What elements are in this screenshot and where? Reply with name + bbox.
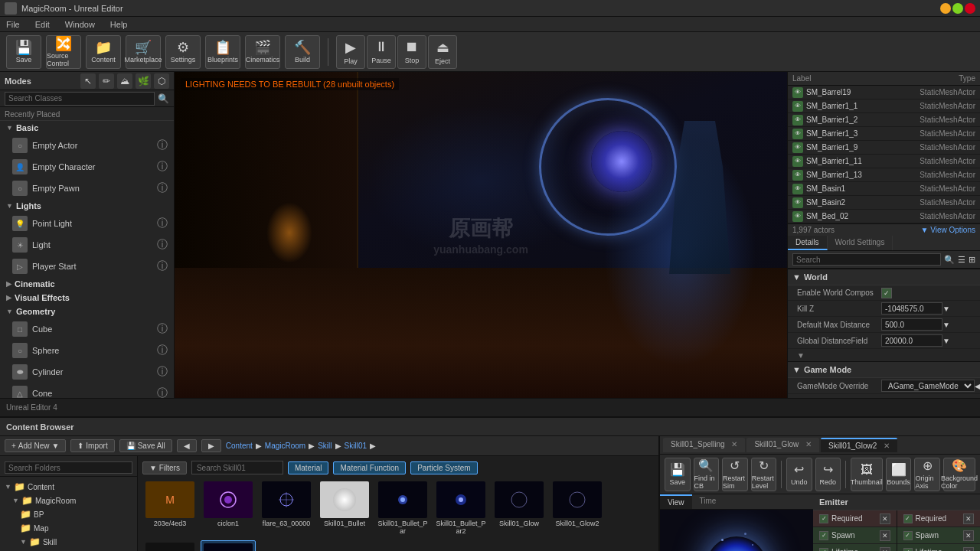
filters-button[interactable]: ▼ Filters xyxy=(142,461,187,474)
minimize-button[interactable] xyxy=(940,3,951,14)
place-empty-actor[interactable]: ○ Empty Actor ⓘ xyxy=(0,135,174,156)
expand-icon[interactable]: ▼ xyxy=(942,337,950,345)
filter-material-function[interactable]: Material Function xyxy=(333,461,406,474)
filter-material[interactable]: Material xyxy=(288,461,329,474)
place-light[interactable]: ☀ Light ⓘ xyxy=(0,234,174,256)
menu-help[interactable]: Help xyxy=(107,18,131,31)
visibility-icon[interactable]: 👁 xyxy=(792,184,803,194)
section-world[interactable]: ▼ World xyxy=(788,269,980,285)
place-cylinder[interactable]: ⬬ Cylinder ⓘ xyxy=(0,361,174,383)
grid-view-icon[interactable]: ⊞ xyxy=(969,255,975,265)
outliner-row[interactable]: 👁 SM_Barrier1_2 StaticMeshActor xyxy=(788,113,980,127)
module-enabled-icon[interactable]: ✓ xyxy=(819,548,828,552)
module-btn[interactable]: ✕ xyxy=(963,514,974,524)
module-btn[interactable]: ✕ xyxy=(880,547,890,552)
module-enabled-icon[interactable]: ✓ xyxy=(903,531,913,540)
module-spawn-right[interactable]: ✓ Spawn ✕ xyxy=(897,527,981,544)
breadcrumb-skill01[interactable]: Skill01 xyxy=(345,442,367,450)
menu-edit[interactable]: Edit xyxy=(32,18,53,31)
module-btn[interactable]: ✕ xyxy=(963,530,974,541)
particle-tab-glow2[interactable]: Skill01_Glow2 ✕ xyxy=(821,438,897,452)
tab-world-settings[interactable]: World Settings xyxy=(828,236,893,250)
folder-content[interactable]: ▼ 📁 Content xyxy=(2,480,136,494)
list-view-icon[interactable]: ☰ xyxy=(958,255,965,265)
particle-tab-spelling[interactable]: Skill01_Spelling ✕ xyxy=(663,438,745,452)
visibility-icon[interactable]: 👁 xyxy=(792,129,803,139)
section-game-mode[interactable]: ▼ Game Mode xyxy=(788,361,980,378)
category-basic[interactable]: ▼ Basic xyxy=(0,121,174,135)
visibility-icon[interactable]: 👁 xyxy=(792,87,803,98)
module-required-left[interactable]: ✓ Required ✕ xyxy=(813,510,897,527)
find-in-cb-button[interactable]: 🔍 Find in CB xyxy=(694,458,720,491)
outliner-row[interactable]: 👁 SM_Barrier1_1 StaticMeshActor xyxy=(788,99,980,113)
menu-file[interactable]: File xyxy=(3,18,23,31)
viewport-scene[interactable]: LIGHTING NEEDS TO BE REBUILT (28 unbuilt… xyxy=(175,72,787,398)
category-geometry[interactable]: ▼ Geometry xyxy=(0,305,174,318)
breadcrumb-expand[interactable]: ▶ xyxy=(370,442,376,450)
world-compos-checkbox[interactable]: ✓ xyxy=(881,288,892,298)
undo-button[interactable]: ↩ Undo xyxy=(786,458,812,491)
outliner-row[interactable]: 👁 SM_Barrier1_9 StaticMeshActor xyxy=(788,141,980,155)
outliner-row[interactable]: 👁 SM_Basin2 StaticMeshActor xyxy=(788,196,980,210)
outliner-row[interactable]: 👁 SM_Basin1 StaticMeshActor xyxy=(788,182,980,196)
menu-window[interactable]: Window xyxy=(62,18,98,31)
place-cube[interactable]: □ Cube ⓘ xyxy=(0,318,174,340)
outliner-row[interactable]: 👁 SM_Barrel19 StaticMeshActor xyxy=(788,86,980,99)
category-visual-effects[interactable]: ▶ Visual Effects xyxy=(0,291,174,305)
visibility-icon[interactable]: 👁 xyxy=(792,170,803,181)
outliner-row[interactable]: 👁 SM_Barrier1_3 StaticMeshActor xyxy=(788,127,980,141)
visibility-icon[interactable]: 👁 xyxy=(792,142,803,153)
asset-item[interactable]: flare_63_00000 xyxy=(259,479,314,537)
place-empty-character[interactable]: 👤 Empty Character ⓘ xyxy=(0,156,174,178)
details-search-input[interactable] xyxy=(792,253,941,266)
visibility-icon[interactable]: 👁 xyxy=(792,197,803,208)
default-max-distance-input[interactable] xyxy=(881,318,942,331)
save-button[interactable]: 💾 Save xyxy=(6,35,41,69)
module-lifetime-right[interactable]: ✓ Lifetime ✕ xyxy=(897,544,981,551)
close-tab-icon[interactable]: ✕ xyxy=(805,440,812,448)
mode-select-icon[interactable]: ↖ xyxy=(80,73,96,89)
mode-mesh-icon[interactable]: ⬡ xyxy=(154,73,169,89)
asset-item[interactable]: Skill01_Bullet_Par xyxy=(375,479,430,537)
expand-selected-gamemode[interactable]: ▶ xyxy=(881,397,887,398)
particle-save-button[interactable]: 💾 Save xyxy=(665,458,691,491)
thumbnail-button[interactable]: 🖼 Thumbnail xyxy=(851,458,883,491)
breadcrumb-skill[interactable]: Skill xyxy=(318,442,332,450)
asset-item[interactable]: M 203e/4ed3 xyxy=(142,479,198,537)
gamemode-override-dropdown[interactable]: AGame_GameMode xyxy=(881,380,975,392)
visibility-icon[interactable]: 👁 xyxy=(792,101,803,112)
play-button[interactable]: ▶ Play xyxy=(336,35,365,69)
visibility-icon[interactable]: 👁 xyxy=(792,211,803,222)
mode-landscape-icon[interactable]: ⛰ xyxy=(117,73,132,89)
mode-foliage-icon[interactable]: 🌿 xyxy=(136,73,151,89)
folder-map[interactable]: 📁 Map xyxy=(2,521,136,535)
asset-item[interactable]: Skill01_Smoke xyxy=(142,540,198,551)
maximize-button[interactable] xyxy=(952,3,963,14)
origin-axis-button[interactable]: ⊕ Origin Axis xyxy=(914,458,940,491)
bounds-button[interactable]: ⬜ Bounds xyxy=(886,458,912,491)
asset-search-input[interactable] xyxy=(191,461,283,474)
restart-sim-button[interactable]: ↺ Restart Sim xyxy=(722,458,748,491)
nav-forward-button[interactable]: ▶ xyxy=(201,439,221,452)
view-tab[interactable]: View xyxy=(660,494,692,509)
kill-z-expand[interactable]: ▼ xyxy=(942,305,950,313)
asset-item-selected[interactable]: Skill01_Spelling xyxy=(201,540,256,551)
kill-z-input[interactable] xyxy=(881,302,942,315)
view-options-link[interactable]: ▼ View Options xyxy=(921,226,975,234)
outliner-row[interactable]: 👁 SM_Barrier1_11 StaticMeshActor xyxy=(788,155,980,168)
eject-button[interactable]: ⏏ Eject xyxy=(428,35,457,69)
folder-search-input[interactable] xyxy=(5,461,132,474)
place-cone[interactable]: △ Cone ⓘ xyxy=(0,383,174,398)
close-button[interactable] xyxy=(965,3,975,14)
module-enabled-icon[interactable]: ✓ xyxy=(819,531,828,540)
module-btn[interactable]: ✕ xyxy=(880,530,890,541)
folder-magicroom[interactable]: ▼ 📁 MagicRoom xyxy=(2,494,136,507)
import-button[interactable]: ⬆ Import xyxy=(70,439,114,452)
module-spawn-left[interactable]: ✓ Spawn ✕ xyxy=(813,527,897,544)
module-enabled-icon[interactable]: ✓ xyxy=(819,514,828,523)
restart-level-button[interactable]: ↻ Restart Level xyxy=(751,458,777,491)
global-distance-field-input[interactable] xyxy=(881,334,942,347)
breadcrumb-magicroom[interactable]: MagicRoom xyxy=(265,442,305,450)
mode-paint-icon[interactable]: ✏ xyxy=(99,73,114,89)
marketplace-button[interactable]: 🛒 Marketplace xyxy=(126,35,161,69)
